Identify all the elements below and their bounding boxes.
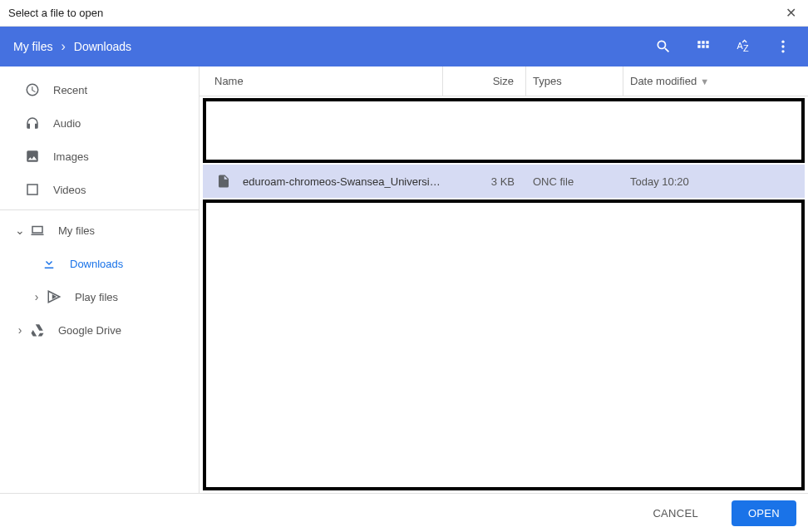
breadcrumb-current[interactable]: Downloads: [74, 40, 131, 53]
sidebar-item-label: Videos: [53, 184, 86, 196]
column-type[interactable]: Types: [526, 66, 623, 96]
file-date: Today 10:20: [623, 175, 805, 188]
breadcrumb: My files › Downloads: [13, 39, 131, 54]
chevron-right-icon[interactable]: ›: [13, 323, 27, 337]
sidebar-item-label: My files: [58, 224, 95, 237]
title-bar: Select a file to open ✕: [0, 0, 808, 27]
main: Recent Audio Images Videos ⌄ My files Do…: [0, 66, 808, 493]
svg-point-2: [781, 41, 784, 43]
drive-icon: [30, 323, 45, 337]
chevron-right-icon: ›: [61, 39, 65, 54]
chevron-down-icon[interactable]: ⌄: [13, 224, 27, 237]
toolbar: My files › Downloads AZ: [0, 27, 808, 66]
sidebar-item-recent[interactable]: Recent: [0, 73, 199, 106]
audio-icon: [25, 116, 40, 131]
clock-icon: [25, 82, 40, 97]
sidebar-item-images[interactable]: Images: [0, 140, 199, 173]
more-icon[interactable]: [775, 38, 791, 55]
sidebar-item-label: Recent: [53, 84, 87, 96]
play-icon: [47, 289, 62, 304]
grid-view-icon[interactable]: [695, 38, 712, 55]
column-date[interactable]: Date modified▼: [623, 66, 808, 96]
column-size[interactable]: Size: [443, 66, 526, 96]
file-icon: [216, 174, 231, 189]
sidebar-item-label: Images: [53, 150, 89, 163]
toolbar-actions: AZ: [655, 38, 795, 55]
search-icon[interactable]: [655, 38, 672, 55]
column-headers: Name Size Types Date modified▼: [200, 66, 808, 96]
sidebar-item-videos[interactable]: Videos: [0, 173, 199, 206]
redacted-region: [203, 98, 805, 163]
sort-az-icon[interactable]: AZ: [735, 38, 751, 55]
sidebar-item-audio[interactable]: Audio: [0, 106, 199, 140]
svg-point-4: [781, 50, 784, 52]
cancel-button[interactable]: CANCEL: [636, 500, 715, 526]
column-name[interactable]: Name: [200, 66, 443, 96]
svg-point-3: [781, 45, 784, 47]
download-icon: [42, 256, 57, 271]
redacted-region: [203, 200, 805, 490]
window-title: Select a file to open: [8, 7, 782, 19]
breadcrumb-root[interactable]: My files: [13, 40, 52, 53]
file-row[interactable]: eduroam-chromeos-Swansea_Universit… 3 KB…: [203, 165, 805, 198]
sidebar-item-label: Audio: [53, 117, 81, 130]
sidebar-item-playfiles[interactable]: › Play files: [0, 280, 199, 313]
sidebar-item-label: Google Drive: [58, 324, 121, 337]
file-type: ONC file: [526, 175, 623, 188]
dialog-footer: CANCEL OPEN: [0, 493, 808, 532]
file-name: eduroam-chromeos-Swansea_Universit…: [243, 175, 443, 188]
file-size: 3 KB: [443, 175, 526, 188]
file-list: Name Size Types Date modified▼ eduroam-c…: [200, 66, 808, 493]
svg-text:Z: Z: [743, 43, 749, 53]
sidebar-item-myfiles[interactable]: ⌄ My files: [0, 214, 199, 247]
sort-desc-icon: ▼: [700, 76, 709, 86]
file-area: eduroam-chromeos-Swansea_Universit… 3 KB…: [200, 96, 808, 493]
open-button[interactable]: OPEN: [732, 500, 796, 526]
laptop-icon: [30, 223, 45, 238]
close-icon[interactable]: ✕: [782, 2, 800, 24]
chevron-right-icon[interactable]: ›: [30, 290, 43, 303]
image-icon: [25, 149, 40, 164]
sidebar-item-downloads[interactable]: Downloads: [0, 247, 199, 280]
sidebar: Recent Audio Images Videos ⌄ My files Do…: [0, 66, 200, 493]
file-name-cell: eduroam-chromeos-Swansea_Universit…: [203, 174, 443, 189]
video-icon: [25, 182, 40, 197]
sidebar-item-label: Downloads: [70, 258, 123, 270]
sidebar-item-gdrive[interactable]: › Google Drive: [0, 313, 199, 347]
sidebar-item-label: Play files: [75, 291, 118, 303]
